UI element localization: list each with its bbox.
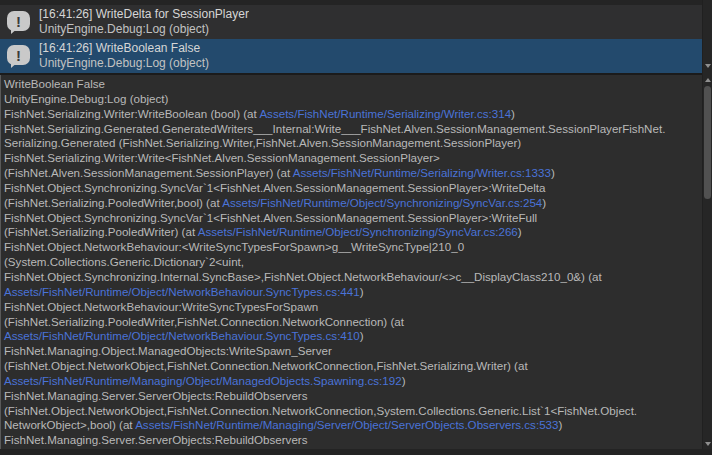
stacktrace-line: FishNet.Serializing.Generated.GeneratedW…	[4, 122, 702, 137]
stacktrace-text: NetworkObject>,bool) (at	[4, 418, 135, 431]
stacktrace-line: FishNet.Object.Synchronizing.SyncVar`1<F…	[4, 211, 702, 226]
stacktrace-text: FishNet.Serializing.Writer:Write<FishNet…	[4, 151, 440, 164]
log-entry-text: [16:41:26] WriteBoolean FalseUnityEngine…	[39, 41, 209, 71]
stacktrace-text: FishNet.Object.Synchronizing.SyncVar`1<F…	[4, 211, 537, 224]
console-log-list: ![16:41:26] WriteDelta for SessionPlayer…	[0, 0, 702, 73]
stacktrace-line: FishNet.Object.NetworkBehaviour:<WriteSy…	[4, 240, 702, 255]
stacktrace-line: (FishNet.Alven.SessionManagement.Session…	[4, 166, 702, 181]
stacktrace-line: (FishNet.Serializing.PooledWriter,bool) …	[4, 196, 702, 211]
source-file-link[interactable]: Assets/FishNet/Runtime/Managing/Server/O…	[135, 418, 558, 431]
stacktrace-line: NetworkObject>,bool) (at Assets/FishNet/…	[4, 418, 702, 433]
stacktrace-line: FishNet.Managing.Server.ServerObjects:Re…	[4, 433, 702, 448]
stacktrace-line: Serializing.Generated (FishNet.Serializi…	[4, 136, 702, 151]
stacktrace-line: FishNet.Object.Synchronizing.Internal.Sy…	[4, 270, 702, 285]
list-scroll-down-icon[interactable]	[705, 64, 711, 68]
log-entry-text: [16:41:26] WriteDelta for SessionPlayerU…	[39, 7, 249, 37]
stacktrace-text: )	[518, 225, 522, 238]
stacktrace-text: FishNet.Object.Synchronizing.Internal.Sy…	[4, 270, 602, 283]
stacktrace-line: (System.Collections.Generic.Dictionary`2…	[4, 255, 702, 270]
stacktrace-text: FishNet.Object.NetworkBehaviour:WriteSyn…	[4, 300, 318, 313]
scrollbar-thumb[interactable]	[704, 86, 711, 199]
stacktrace-text: )	[542, 196, 546, 209]
stacktrace-line: Assets/FishNet/Runtime/Object/NetworkBeh…	[4, 329, 702, 344]
stacktrace-line: UnityEngine.Debug:Log (object)	[4, 92, 702, 107]
log-message-icon: !	[7, 11, 31, 34]
stacktrace-text: FishNet.Serializing.Writer:WriteBoolean …	[4, 107, 259, 120]
stacktrace-text: FishNet.Serializing.Generated.GeneratedW…	[4, 122, 665, 135]
log-entry-source: UnityEngine.Debug:Log (object)	[39, 22, 249, 37]
stacktrace-text: )	[551, 166, 555, 179]
detail-scroll-up-icon[interactable]	[705, 78, 711, 82]
detail-scroll-down-icon[interactable]	[705, 442, 711, 446]
stacktrace-text: (System.Collections.Generic.Dictionary`2…	[4, 255, 244, 268]
stacktrace-text: FishNet.Object.Synchronizing.SyncVar`1<F…	[4, 181, 546, 194]
stacktrace-line: (FishNet.Serializing.PooledWriter) (at A…	[4, 225, 702, 240]
stacktrace-text: UnityEngine.Debug:Log (object)	[4, 92, 168, 105]
stacktrace-text: FishNet.Object.NetworkBehaviour:<WriteSy…	[4, 240, 464, 253]
log-message-icon: !	[7, 45, 31, 68]
stacktrace-text: (FishNet.Serializing.PooledWriter,bool) …	[4, 196, 222, 209]
stacktrace-text: )	[360, 329, 364, 342]
log-detail-stacktrace-pane: WriteBoolean FalseUnityEngine.Debug:Log …	[0, 75, 702, 449]
source-file-link[interactable]: Assets/FishNet/Runtime/Object/NetworkBeh…	[4, 329, 360, 342]
stacktrace-line: FishNet.Serializing.Writer:Write<FishNet…	[4, 151, 702, 166]
stacktrace-line: WriteBoolean False	[4, 77, 702, 92]
vertical-scrollbar[interactable]	[702, 0, 712, 449]
bottom-edge-strip	[0, 449, 712, 455]
stacktrace-text: WriteBoolean False	[4, 77, 105, 90]
log-entry-message: [16:41:26] WriteDelta for SessionPlayer	[39, 7, 249, 22]
stacktrace-line: (FishNet.Object.NetworkObject,FishNet.Co…	[4, 404, 702, 419]
stacktrace-line: (FishNet.Object.NetworkObject,FishNet.Co…	[4, 359, 702, 374]
source-file-link[interactable]: Assets/FishNet/Runtime/Serializing/Write…	[293, 166, 551, 179]
log-entry-row[interactable]: ![16:41:26] WriteBoolean FalseUnityEngin…	[0, 39, 702, 73]
stacktrace-line: (FishNet.Serializing.PooledWriter,FishNe…	[4, 315, 702, 330]
stacktrace-text: (FishNet.Alven.SessionManagement.Session…	[4, 166, 293, 179]
source-file-link[interactable]: Assets/FishNet/Runtime/Managing/Object/M…	[4, 374, 402, 387]
log-entry-message: [16:41:26] WriteBoolean False	[39, 41, 209, 56]
stacktrace-line: FishNet.Object.Synchronizing.SyncVar`1<F…	[4, 181, 702, 196]
stacktrace-text: FishNet.Managing.Server.ServerObjects:Re…	[4, 433, 308, 446]
source-file-link[interactable]: Assets/FishNet/Runtime/Object/Synchroniz…	[222, 196, 542, 209]
unity-console-window: ![16:41:26] WriteDelta for SessionPlayer…	[0, 0, 712, 455]
stacktrace-text: (FishNet.Serializing.PooledWriter) (at	[4, 225, 198, 238]
stacktrace-text: (FishNet.Serializing.PooledWriter,FishNe…	[4, 315, 404, 328]
stacktrace-line: FishNet.Managing.Object.ManagedObjects:W…	[4, 344, 702, 359]
source-file-link[interactable]: Assets/FishNet/Runtime/Serializing/Write…	[259, 107, 511, 120]
stacktrace-line: FishNet.Managing.Server.ServerObjects:Re…	[4, 389, 702, 404]
source-file-link[interactable]: Assets/FishNet/Runtime/Object/Synchroniz…	[198, 225, 518, 238]
log-entry-source: UnityEngine.Debug:Log (object)	[39, 56, 209, 71]
source-file-link[interactable]: Assets/FishNet/Runtime/Object/NetworkBeh…	[4, 285, 360, 298]
stacktrace-text: FishNet.Managing.Server.ServerObjects:Re…	[4, 389, 308, 402]
stacktrace-text: )	[360, 285, 364, 298]
stacktrace-text: (FishNet.Object.NetworkObject,FishNet.Co…	[4, 404, 637, 417]
stacktrace-text: )	[402, 374, 406, 387]
stacktrace-text: )	[558, 418, 562, 431]
stacktrace-line: Assets/FishNet/Runtime/Object/NetworkBeh…	[4, 285, 702, 300]
stacktrace-text: )	[511, 107, 515, 120]
stacktrace-line: FishNet.Serializing.Writer:WriteBoolean …	[4, 107, 702, 122]
stacktrace-text: Serializing.Generated (FishNet.Serializi…	[4, 136, 521, 149]
stacktrace-text: FishNet.Managing.Object.ManagedObjects:W…	[4, 344, 332, 357]
stacktrace-line: FishNet.Object.NetworkBehaviour:WriteSyn…	[4, 300, 702, 315]
stacktrace-text: (FishNet.Object.NetworkObject,FishNet.Co…	[4, 359, 528, 372]
stacktrace-line: Assets/FishNet/Runtime/Managing/Object/M…	[4, 374, 702, 389]
log-entry-row[interactable]: ![16:41:26] WriteDelta for SessionPlayer…	[0, 5, 702, 39]
